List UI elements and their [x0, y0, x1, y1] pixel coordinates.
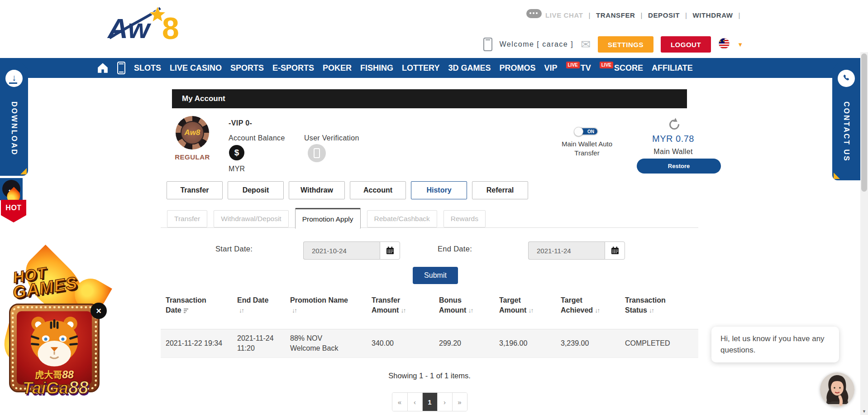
- end-date-input[interactable]: [528, 241, 605, 260]
- nav-item-3d-games[interactable]: 3D GAMES: [448, 63, 491, 73]
- hot-badge[interactable]: HOT: [1, 200, 26, 222]
- cell-end-date: 2021-11-2411:20: [237, 333, 290, 353]
- currency-code: MYR: [229, 165, 245, 173]
- live-badge: LIVE: [600, 62, 613, 68]
- page-title: My Account: [172, 89, 687, 108]
- banner-brand-text: TaiGa88: [7, 378, 104, 396]
- download-tab[interactable]: ↓ DOWNLOAD: [0, 63, 28, 176]
- hot-games-banner[interactable]: HOT GAMES: [7, 265, 104, 414]
- aw8-logo[interactable]: Aw 8: [107, 5, 211, 45]
- sort-icon[interactable]: ↓↑: [528, 307, 533, 314]
- divider: [161, 227, 698, 228]
- pagination: « ‹ 1 › »: [161, 392, 698, 411]
- sort-icon[interactable]: ↓↑: [292, 307, 296, 314]
- phone-verification-icon[interactable]: [308, 144, 326, 162]
- nav-item-vip[interactable]: VIP: [544, 63, 557, 73]
- deposit-link[interactable]: DEPOSIT: [648, 11, 680, 19]
- page-prev[interactable]: ‹: [407, 393, 422, 411]
- toggle-knob[interactable]: [574, 127, 583, 136]
- nav-item-sports[interactable]: SPORTS: [230, 63, 264, 73]
- nav-item-lottery[interactable]: LOTTERY: [402, 63, 439, 73]
- subtab-transfer[interactable]: Transfer: [167, 210, 207, 227]
- vip-level: -VIP 0-: [229, 119, 252, 127]
- nav-item-poker[interactable]: POKER: [323, 63, 352, 73]
- user-verification-label: User Verification: [304, 134, 359, 142]
- withdraw-link[interactable]: WITHDRAW: [693, 11, 733, 19]
- sort-icon[interactable]: ↓↑: [468, 307, 472, 314]
- tab-history[interactable]: History: [411, 181, 467, 199]
- nav-item-score[interactable]: LIVE SCORE: [600, 63, 643, 73]
- sort-icon[interactable]: ↓↑: [239, 307, 243, 314]
- livechat-agent-avatar[interactable]: [820, 372, 854, 407]
- tab-deposit[interactable]: Deposit: [228, 181, 284, 199]
- col-end-date[interactable]: End Date ↓↑: [237, 295, 290, 315]
- scrollbar[interactable]: ▼: [860, 52, 868, 415]
- refresh-balance-icon[interactable]: [668, 119, 680, 130]
- live-badge: LIVE: [566, 62, 580, 68]
- account-balance-label: Account Balance: [229, 134, 285, 142]
- live-chat-link[interactable]: LIVE CHAT: [526, 9, 583, 21]
- divider: |: [589, 11, 591, 19]
- transfer-link[interactable]: TRANSFER: [596, 11, 635, 19]
- start-date-calendar-button[interactable]: [380, 241, 400, 260]
- vip-chip-image: Aw8: [176, 116, 209, 150]
- col-target-amount[interactable]: Target Amount↓↑: [499, 295, 561, 315]
- page-1[interactable]: 1: [422, 393, 437, 411]
- tab-account[interactable]: Account: [350, 181, 406, 199]
- auto-transfer-toggle[interactable]: ON: [575, 127, 598, 135]
- language-dropdown-caret[interactable]: ▼: [737, 41, 743, 48]
- sort-icon[interactable]: ↓↑: [649, 307, 653, 314]
- col-promotion-name[interactable]: Promotion Name ↓↑: [290, 295, 372, 315]
- sort-icon[interactable]: ↓↑: [401, 307, 405, 314]
- nav-item-affiliate[interactable]: AFFILIATE: [652, 63, 693, 73]
- home-icon[interactable]: [97, 63, 109, 73]
- settings-button[interactable]: SETTINGS: [598, 36, 653, 53]
- subtab-promotion-apply[interactable]: Promotion Apply: [295, 208, 361, 229]
- banner-close-button[interactable]: ×: [91, 303, 107, 319]
- col-transaction-date[interactable]: Transaction Date: [166, 295, 237, 315]
- col-target-achieved[interactable]: Target Achieved↓↑: [561, 295, 625, 315]
- nav-item-fishing[interactable]: FISHING: [360, 63, 393, 73]
- tab-withdraw[interactable]: Withdraw: [289, 181, 345, 199]
- vip-tier-label: REGULAR: [170, 153, 215, 161]
- col-transaction-status[interactable]: Transaction Status↓↑: [625, 295, 698, 315]
- tab-referral[interactable]: Referral: [472, 181, 528, 199]
- col-transfer-amount[interactable]: Transfer Amount↓↑: [372, 295, 439, 315]
- subtab-withdrawal-deposit[interactable]: Withdrawal/Deposit: [214, 210, 289, 227]
- sort-desc-icon[interactable]: [184, 309, 188, 313]
- restore-button[interactable]: Restore: [637, 159, 721, 174]
- malaysia-flag-icon[interactable]: ★: [718, 38, 730, 51]
- cell-transfer-amount: 340.00: [372, 338, 439, 348]
- start-date-label: Start Date:: [215, 245, 253, 253]
- page-next[interactable]: ›: [437, 393, 452, 411]
- start-date-input[interactable]: [303, 241, 380, 260]
- header-account-row: Welcome [ carace ] ✉ SETTINGS LOGOUT ★ ▼: [483, 36, 744, 53]
- main-wallet-label: Main Wallet: [634, 148, 713, 156]
- mail-icon[interactable]: ✉: [581, 39, 591, 50]
- sort-icon[interactable]: ↓↑: [595, 307, 599, 314]
- page-first[interactable]: «: [392, 393, 407, 411]
- nav-item-tv[interactable]: LIVE TV: [566, 63, 591, 73]
- end-date-calendar-button[interactable]: [605, 241, 625, 260]
- page-last[interactable]: »: [452, 393, 467, 411]
- subtab-rewards[interactable]: Rewards: [444, 210, 486, 227]
- submit-button[interactable]: Submit: [413, 267, 458, 284]
- subtab-rebate-cashback[interactable]: Rebate/Cashback: [367, 210, 437, 227]
- tab-transfer[interactable]: Transfer: [167, 181, 223, 199]
- contact-us-tab[interactable]: CONTACT US: [832, 63, 860, 180]
- whatsapp-icon: [838, 70, 855, 87]
- logout-button[interactable]: LOGOUT: [661, 36, 711, 53]
- divider: |: [739, 11, 741, 19]
- chat-bubble-icon: [526, 9, 542, 21]
- table-header: Transaction Date End Date ↓↑ Promotion N…: [161, 295, 698, 315]
- nav-item-promos[interactable]: PROMOS: [499, 63, 535, 73]
- scrollbar-down-arrow[interactable]: ▼: [860, 409, 868, 414]
- livechat-message: Hi, let us know if you have any question…: [711, 327, 839, 362]
- svg-text:8: 8: [162, 11, 179, 43]
- nav-item-esports[interactable]: E-SPORTS: [272, 63, 314, 73]
- nav-item-live-casino[interactable]: LIVE CASINO: [170, 63, 222, 73]
- nav-item-slots[interactable]: SLOTS: [134, 63, 161, 73]
- scrollbar-thumb[interactable]: [861, 53, 867, 192]
- col-bonus-amount[interactable]: Bonus Amount↓↑: [439, 295, 499, 315]
- mobile-nav-icon[interactable]: [117, 62, 125, 74]
